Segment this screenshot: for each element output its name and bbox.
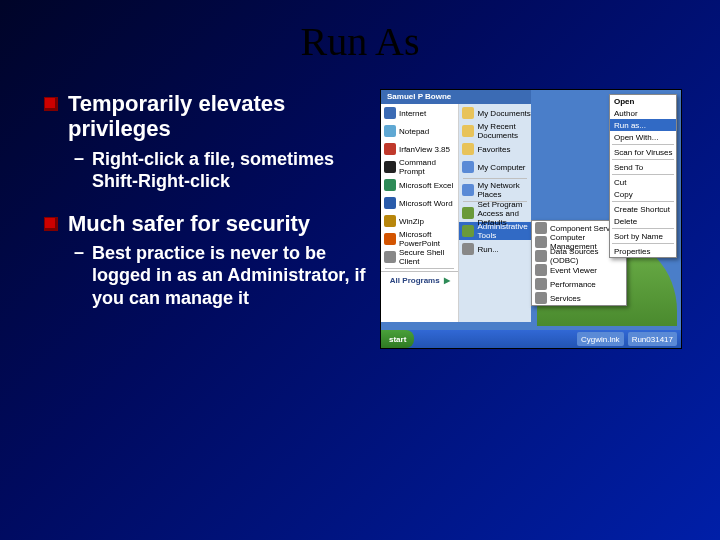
start-menu-place[interactable]: My Computer	[459, 158, 531, 176]
context-menu-item[interactable]: Open	[610, 95, 676, 107]
item-label: My Documents	[477, 109, 530, 118]
subbullet-text: Best practice is never to be logged in a…	[92, 242, 374, 310]
start-menu-item[interactable]: Microsoft Word	[381, 194, 458, 212]
start-menu-item[interactable]: Notepad	[381, 122, 458, 140]
item-label: Create Shortcut	[614, 205, 670, 214]
start-menu-item[interactable]: IrfanView 3.85	[381, 140, 458, 158]
app-icon	[384, 107, 396, 119]
submenu-item[interactable]: Event Viewer	[532, 263, 626, 277]
app-icon	[384, 197, 396, 209]
slide-title: Run As	[0, 0, 720, 65]
item-label: Microsoft Word	[399, 199, 453, 208]
item-label: Scan for Viruses	[614, 148, 673, 157]
start-menu-item[interactable]: Internet	[381, 104, 458, 122]
item-label: Command Prompt	[399, 158, 458, 176]
item-label: Event Viewer	[550, 266, 597, 275]
place-icon	[462, 143, 474, 155]
item-label: Run...	[477, 245, 498, 254]
item-label: Author	[614, 109, 638, 118]
tool-icon	[535, 250, 547, 262]
item-label: Performance	[550, 280, 596, 289]
context-menu-item[interactable]: Sort by Name	[610, 230, 676, 242]
bullet-square-icon	[44, 217, 58, 231]
tool-icon	[535, 264, 547, 276]
item-label: Notepad	[399, 127, 429, 136]
separator	[612, 159, 674, 160]
tool-icon	[535, 278, 547, 290]
separator	[612, 201, 674, 202]
dash-icon: –	[74, 242, 84, 310]
separator	[385, 268, 454, 269]
item-label: WinZip	[399, 217, 424, 226]
item-label: Microsoft PowerPoint	[399, 230, 458, 248]
place-icon	[462, 184, 474, 196]
start-menu-place[interactable]: Administrative Tools	[459, 222, 531, 240]
context-menu-item[interactable]: Run as...	[610, 119, 676, 131]
start-menu-columns: InternetNotepadIrfanView 3.85Command Pro…	[381, 104, 531, 322]
place-icon	[462, 125, 474, 137]
start-menu-place[interactable]: Set Program Access and Defaults	[459, 204, 531, 222]
app-icon	[384, 161, 396, 173]
context-menu-item[interactable]: Author	[610, 107, 676, 119]
start-menu-item[interactable]: Command Prompt	[381, 158, 458, 176]
submenu-item[interactable]: Performance	[532, 277, 626, 291]
item-label: Properties	[614, 247, 650, 256]
item-label: Favorites	[477, 145, 510, 154]
item-label: Open	[614, 97, 634, 106]
item-label: Microsoft Excel	[399, 181, 453, 190]
embedded-screenshot: Samuel P Bowne InternetNotepadIrfanView …	[380, 89, 682, 349]
start-menu-item[interactable]: WinZip	[381, 212, 458, 230]
context-menu-item[interactable]: Create Shortcut	[610, 203, 676, 215]
place-icon	[462, 207, 474, 219]
item-label: Delete	[614, 217, 637, 226]
chevron-right-icon: ▶	[444, 276, 450, 285]
start-menu-place[interactable]: My Network Places	[459, 181, 531, 199]
taskbar-button[interactable]: Cygwin.lnk	[577, 332, 624, 346]
start-button[interactable]: start	[381, 330, 414, 348]
start-menu-item[interactable]: Microsoft Excel	[381, 176, 458, 194]
start-menu-item[interactable]: Secure Shell Client	[381, 248, 458, 266]
tool-icon	[535, 222, 547, 234]
tool-icon	[535, 292, 547, 304]
separator	[463, 178, 527, 179]
app-icon	[384, 179, 396, 191]
context-menu-item[interactable]: Delete	[610, 215, 676, 227]
bullet-text: Temporarily elevates privileges	[68, 91, 374, 142]
context-menu-item[interactable]: Send To	[610, 161, 676, 173]
bullet-level1: Temporarily elevates privileges	[44, 91, 374, 142]
context-menu-item[interactable]: Copy	[610, 188, 676, 200]
item-label: My Recent Documents	[477, 122, 531, 140]
item-label: Administrative Tools	[477, 222, 531, 240]
start-menu-place[interactable]: My Documents	[459, 104, 531, 122]
bullet-square-icon	[44, 97, 58, 111]
all-programs[interactable]: All Programs ▶	[381, 271, 458, 288]
place-icon	[462, 225, 474, 237]
item-label: Open With...	[614, 133, 658, 142]
taskbar-button[interactable]: Run031417	[628, 332, 677, 346]
item-label: Sort by Name	[614, 232, 663, 241]
item-label: Send To	[614, 163, 643, 172]
context-menu-item[interactable]: Cut	[610, 176, 676, 188]
app-icon	[384, 125, 396, 137]
start-menu-item[interactable]: Microsoft PowerPoint	[381, 230, 458, 248]
separator	[612, 228, 674, 229]
start-menu-place[interactable]: Run...	[459, 240, 531, 258]
start-menu-place[interactable]: Favorites	[459, 140, 531, 158]
start-menu-user: Samuel P Bowne	[381, 90, 531, 104]
item-label: Cut	[614, 178, 626, 187]
taskbar-buttons: Cygwin.lnk Run031417	[577, 332, 681, 346]
start-menu[interactable]: Samuel P Bowne InternetNotepadIrfanView …	[381, 90, 531, 322]
context-menu[interactable]: OpenAuthorRun as...Open With...Scan for …	[609, 94, 677, 258]
context-menu-item[interactable]: Properties	[610, 245, 676, 257]
item-label: My Computer	[477, 163, 525, 172]
app-icon	[384, 233, 396, 245]
app-icon	[384, 251, 396, 263]
taskbar[interactable]: start Cygwin.lnk Run031417	[381, 330, 681, 348]
item-label: IrfanView 3.85	[399, 145, 450, 154]
start-menu-place[interactable]: My Recent Documents	[459, 122, 531, 140]
start-label: start	[389, 335, 406, 344]
context-menu-item[interactable]: Scan for Viruses	[610, 146, 676, 158]
submenu-item[interactable]: Services	[532, 291, 626, 305]
context-menu-item[interactable]: Open With...	[610, 131, 676, 143]
bullet-level1: Much safer for security	[44, 211, 374, 236]
